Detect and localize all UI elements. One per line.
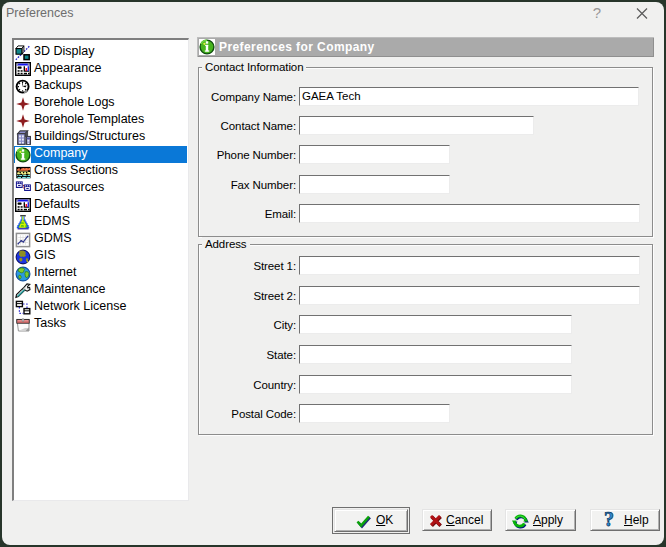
svg-text:?: ? xyxy=(604,510,614,529)
